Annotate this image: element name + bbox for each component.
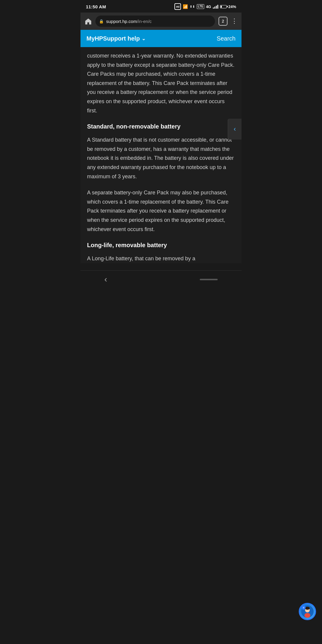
browser-chrome: 🔒 support.hp.com/in-en/c 2 ⋮ (80, 13, 242, 30)
chevron-left-icon: ‹ (234, 125, 236, 133)
battery-icon (220, 5, 227, 8)
search-button[interactable]: Search (217, 35, 236, 42)
section2-heading: Long-life, removable battery (87, 241, 235, 249)
content-text: customer receives a 1-year warranty. No … (87, 47, 235, 263)
status-icons: mi 📶 ⬆⬇ LTE 4G 24% (174, 3, 236, 10)
tab-count[interactable]: 2 (219, 17, 227, 26)
lock-icon: 🔒 (99, 19, 104, 24)
chevron-down-icon: ⌄ (142, 36, 145, 41)
home-indicator (200, 279, 218, 280)
bottom-nav: ‹ (80, 270, 242, 288)
lte-badge: LTE (197, 4, 204, 9)
section2-para1: A Long-Life battery, that can be removed… (87, 254, 235, 263)
wifi-icon: 📶 (183, 4, 188, 9)
status-bar: 11:50 AM mi 📶 ⬆⬇ LTE 4G 24% (80, 0, 242, 13)
url-text: support.hp.com/in-en/c (106, 19, 152, 24)
signal-bars (213, 5, 218, 9)
content-area: ‹ customer receives a 1-year warranty. N… (80, 47, 242, 263)
home-button[interactable] (85, 18, 92, 24)
arrows-icon: ⬆⬇ (190, 5, 195, 9)
section1-heading: Standard, non-removable battery (87, 122, 235, 131)
network-type: 4G (206, 4, 211, 9)
url-path: /in-en/c (137, 19, 151, 24)
side-tab[interactable]: ‹ (228, 119, 242, 140)
hp-brand-menu[interactable]: MyHPSupport help ⌄ (86, 35, 145, 42)
status-time: 11:50 AM (86, 4, 106, 9)
address-bar[interactable]: 🔒 support.hp.com/in-en/c (95, 16, 215, 27)
intro-paragraph: customer receives a 1-year warranty. No … (87, 51, 235, 115)
hp-header: MyHPSupport help ⌄ Search (80, 30, 242, 47)
nav-back-button[interactable]: ‹ (104, 275, 107, 284)
section1-para1: A Standard battery that is not customer … (87, 135, 235, 181)
hp-brand-label: MyHPSupport help (86, 35, 140, 42)
mi-icon: mi (174, 3, 181, 10)
section1-para2: A separate battery-only Care Pack may al… (87, 188, 235, 234)
menu-button[interactable]: ⋮ (231, 17, 237, 25)
url-domain: support.hp.com (106, 19, 137, 24)
battery-percent: 24% (228, 4, 236, 9)
